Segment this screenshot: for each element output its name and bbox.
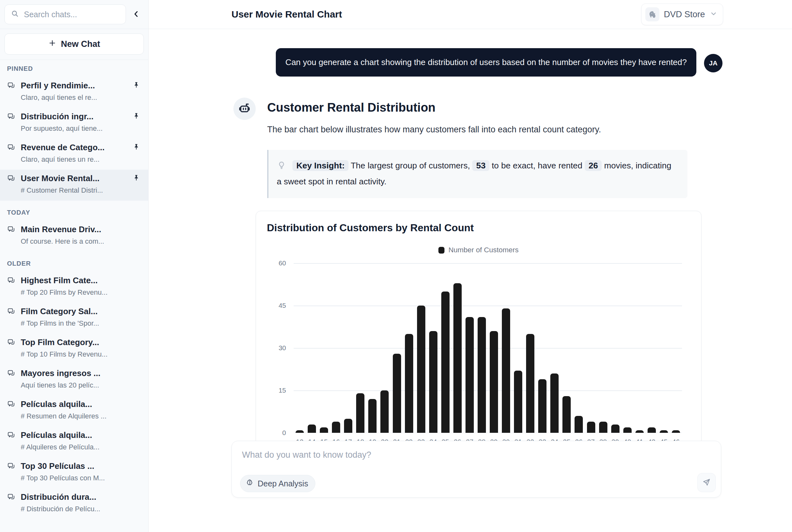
bar[interactable] [623,428,632,433]
chat-item-preview: # Top Films in the 'Spor... [21,319,99,327]
bar[interactable] [538,379,546,433]
bar[interactable] [575,416,583,433]
bar[interactable] [550,374,559,433]
bar-slot: 23 [415,263,427,433]
chat-item-preview: # Alquileres de Película... [21,443,99,451]
bar-slot: 40 [621,263,634,433]
sidebar-item[interactable]: Películas alquila...# Alquileres de Pelí… [0,426,148,457]
message-composer[interactable]: What do you want to know today? Deep Ana… [231,441,721,497]
chat-item-preview: # Customer Rental Distri... [21,186,103,194]
insight-text-segment: The largest group of customers, [348,161,472,170]
bar[interactable] [344,419,352,433]
composer-placeholder: What do you want to know today? [242,450,371,460]
chat-item-title: Perfil y Rendimie... [21,81,97,91]
pin-icon[interactable] [133,112,140,121]
sidebar-item[interactable]: User Movie Rental...# Customer Rental Di… [0,170,148,201]
sidebar-item[interactable]: Top Film Category...# Top 10 Films by Re… [0,334,148,364]
bar[interactable] [308,424,316,433]
postgres-elephant-icon [645,7,659,21]
pin-icon[interactable] [133,81,140,90]
chevron-down-icon [710,10,718,19]
bar[interactable] [368,399,376,433]
sidebar-item[interactable]: Film Category Sal...# Top Films in the '… [0,303,148,334]
bar-slot: 15 [318,263,330,433]
chat-item-text: Top Film Category...# Top 10 Films by Re… [21,338,108,359]
chat-bubble-icon [7,369,16,379]
bar[interactable] [393,354,401,433]
bar-slot: 46 [670,263,682,433]
page-title: User Movie Rental Chart [231,9,342,20]
bar[interactable] [514,370,522,433]
y-axis-tick-label: 30 [268,344,286,352]
sidebar-collapse-button[interactable] [129,7,143,21]
chat-item-title: User Movie Rental... [21,173,103,184]
deep-analysis-toggle[interactable]: Deep Analysis [240,475,315,492]
workspace-selector[interactable]: DVD Store [641,3,723,25]
chat-item-title: Películas alquila... [21,430,99,440]
bar-slot: 38 [597,263,609,433]
bar[interactable] [295,430,304,433]
section-label: TODAY [7,209,148,216]
bar[interactable] [465,317,474,433]
bar[interactable] [490,331,498,433]
y-axis-tick-label: 60 [268,259,286,267]
sidebar-item[interactable]: Perfil y Rendimie...Claro, aquí tienes e… [0,77,148,108]
bar[interactable] [405,334,413,433]
legend-label: Number of Customers [448,246,518,254]
bar[interactable] [332,422,340,433]
send-button[interactable] [697,473,716,492]
chat-item-preview: Aquí tienes las 20 pelíc... [21,381,100,390]
bar[interactable] [635,430,644,433]
bar[interactable] [417,306,425,433]
bar-slot: 31 [512,263,524,433]
sidebar-item[interactable]: Highest Film Cate...# Top 20 Films by Re… [0,272,148,303]
sidebar-item[interactable]: Main Revenue Driv...Of course. Here is a… [0,221,148,252]
search-input[interactable]: Search chats... [4,4,126,24]
pin-icon[interactable] [133,174,140,183]
chevron-left-icon [131,9,141,20]
chat-item-preview: Claro, aquí tienes el re... [21,93,97,102]
chat-item-text: Highest Film Cate...# Top 20 Films by Re… [21,276,108,297]
sidebar-item[interactable]: Películas alquila...# Resumen de Alquile… [0,396,148,426]
sidebar-item[interactable]: Distribución dura...# Distribución de Pe… [0,488,148,519]
bar[interactable] [587,422,595,433]
bar-slot: 14 [306,263,318,433]
sidebar-search-row: Search chats... [0,0,148,29]
robot-icon [238,101,251,116]
bar[interactable] [562,396,571,433]
bar[interactable] [502,308,510,433]
bar[interactable] [453,283,462,433]
chat-item-title: Highest Film Cate... [21,276,108,285]
new-chat-button[interactable]: New Chat [4,34,144,55]
chat-item-preview: Claro, aquí tienes un re... [21,155,104,164]
chat-item-title: Revenue de Catego... [21,142,104,152]
bar[interactable] [380,391,389,433]
chat-item-title: Distribución dura... [21,492,100,502]
insight-value-pill: 53 [472,160,489,171]
bar[interactable] [599,422,607,433]
bar-slot: 19 [366,263,379,433]
bar[interactable] [672,430,680,433]
bar[interactable] [660,430,668,433]
chat-item-text: Top 30 Películas ...# Top 30 Películas c… [21,461,105,482]
bar[interactable] [429,331,438,433]
bar[interactable] [611,424,619,433]
sidebar-item[interactable]: Revenue de Catego...Claro, aquí tienes u… [0,139,148,170]
pin-icon[interactable] [133,143,140,152]
chat-item-text: Perfil y Rendimie...Claro, aquí tienes e… [21,81,97,102]
bar[interactable] [320,428,328,433]
chat-bubble-icon [7,307,16,317]
bar-slot: 20 [379,263,391,433]
sidebar-item[interactable]: Top 30 Películas ...# Top 30 Películas c… [0,457,148,488]
bar[interactable] [648,428,656,433]
bar[interactable] [478,317,486,433]
sidebar-item[interactable]: Mayores ingresos ...Aquí tienes las 20 p… [0,364,148,396]
bar[interactable] [441,291,449,433]
bar-slot: 12 [294,263,306,433]
bar-slot: 28 [476,263,488,433]
bar[interactable] [526,334,534,433]
sidebar-item[interactable]: Distribución ingr...Por supuesto, aquí t… [0,108,148,139]
main-area: User Movie Rental Chart DVD Store Can yo… [149,0,792,532]
bar-slot: 24 [427,263,439,433]
bar[interactable] [356,393,364,433]
